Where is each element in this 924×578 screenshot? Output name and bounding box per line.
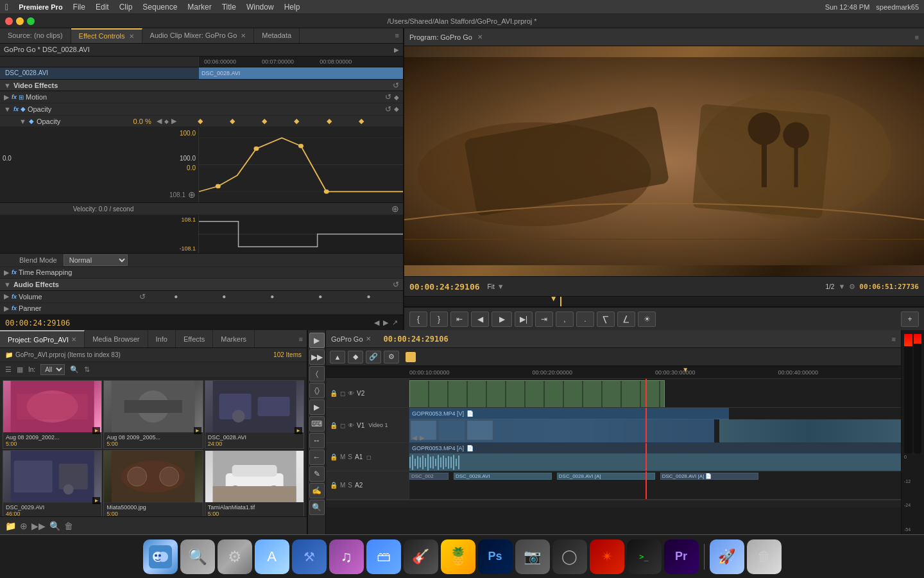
tl-btn-wrench[interactable]: ⚙ (384, 351, 399, 363)
track-v2-lock-icon[interactable]: 🔒 (330, 390, 338, 397)
menu-sequence[interactable]: Sequence (142, 3, 177, 12)
timeline-timecode[interactable]: 00:00:24:29106 (384, 335, 449, 344)
project-panel-menu-icon[interactable]: ≡ (295, 335, 307, 343)
track-v1-eye-icon[interactable]: 👁 (348, 422, 354, 429)
extract-button[interactable]: ⎳ (617, 311, 635, 327)
tab-effects[interactable]: Effects (176, 330, 213, 347)
ec-export-icon[interactable]: ↗ (392, 319, 398, 327)
track-select-tool-button[interactable]: ▶▶ (309, 349, 325, 365)
panner-toggle-icon[interactable]: ▶ (4, 304, 9, 313)
tab-timeline-gopro[interactable]: GoPro Go ✕ (331, 335, 371, 343)
overwrite-button[interactable]: . (576, 311, 594, 327)
mark-in-button[interactable]: { (409, 311, 427, 327)
keyframe-diamond-3[interactable]: ◆ (262, 117, 267, 125)
media-item-6[interactable]: TamiAlanMiata1.tif 5:00 (205, 450, 304, 516)
monitor-ruler[interactable]: ▼ (404, 297, 924, 307)
dock-icon-itunes[interactable]: ♫ (329, 539, 364, 574)
dock-icon-finder[interactable] (143, 539, 178, 574)
volume-toggle-icon[interactable]: ▶ (4, 292, 9, 301)
track-a2-solo-icon[interactable]: S (348, 482, 352, 489)
apple-logo-icon[interactable]:  (5, 2, 8, 12)
keyframe-diamond-6[interactable]: ◆ (359, 117, 364, 125)
tl-btn-link[interactable]: 🔗 (366, 351, 381, 363)
monitor-menu-icon[interactable]: ≡ (915, 33, 919, 41)
panel-menu-icon[interactable]: ≡ (391, 31, 403, 39)
keyframe-diamond-1[interactable]: ◆ (198, 117, 203, 125)
automate-button[interactable]: ▶▶ (31, 521, 46, 531)
minimize-window-button[interactable] (16, 17, 24, 25)
time-remap-toggle-icon[interactable]: ▶ (4, 268, 9, 277)
add-marker-button[interactable]: + (901, 311, 919, 327)
track-v1-content[interactable]: GOPR0053.MP4 [V] 📄 (409, 408, 901, 442)
step-back-button[interactable]: ◀ (471, 311, 489, 327)
tab-audio-clip-mixer[interactable]: Audio Clip Mixer: GoPro Go ✕ (142, 28, 255, 43)
monitor-close-icon[interactable]: ✕ (477, 33, 483, 40)
a2-clip-1[interactable]: DSC_002 (409, 473, 449, 480)
monitor-wrench-icon[interactable]: ⚙ (849, 283, 855, 291)
v1-clip-2[interactable] (719, 419, 901, 442)
close-effect-controls-icon[interactable]: ✕ (129, 33, 134, 40)
velocity-add-icon[interactable]: ⊕ (188, 189, 196, 200)
mark-out-button[interactable]: } (430, 311, 448, 327)
v1-clip-1[interactable] (409, 419, 714, 442)
opacity-toggle-icon[interactable]: ▼ (4, 105, 11, 113)
track-a2-lock-icon[interactable]: 🔒 (330, 482, 338, 489)
select-tool-button[interactable]: ▶ (309, 333, 325, 348)
motion-keyframe-icon[interactable]: ◆ (394, 94, 399, 101)
monitor-timecode[interactable]: 00:00:24:29106 (409, 282, 480, 292)
velocity-add2-icon[interactable]: ⊕ (391, 204, 399, 214)
timeline-scrollbar[interactable] (326, 500, 901, 507)
a1-audio-waveform[interactable] (409, 453, 901, 471)
track-v1-lock-icon[interactable]: 🔒 (330, 422, 338, 429)
dock-icon-photoshop[interactable]: Ps (478, 539, 513, 574)
opacity-nav-right-icon[interactable]: ▶ (171, 117, 176, 125)
track-a1-mute-icon[interactable]: M (340, 453, 345, 460)
menu-clip[interactable]: Clip (119, 3, 133, 12)
search-in-select[interactable]: All (40, 364, 65, 375)
menu-marker[interactable]: Marker (187, 3, 211, 12)
track-a1-solo-icon[interactable]: S (348, 453, 352, 460)
a2-clip-2[interactable]: DSC_0028.AVI (454, 473, 552, 480)
keyframe-diamond-5[interactable]: ◆ (327, 117, 332, 125)
timeline-panel-menu-icon[interactable]: ≡ (892, 335, 896, 343)
close-project-tab-icon[interactable]: ✕ (71, 336, 76, 343)
pen-tool-button[interactable]: ✎ (309, 466, 325, 482)
dock-icon-trash[interactable]: 🗑 (747, 539, 782, 574)
search-icon[interactable]: 🔍 (70, 365, 79, 374)
dock-icon-camera[interactable]: 📷 (515, 539, 550, 574)
opacity-add-keyframe-icon[interactable]: ◆ (164, 118, 169, 125)
lift-button[interactable]: ⎲ (597, 311, 615, 327)
capture-frame-button[interactable]: ☀ (638, 311, 656, 327)
dock-icon-xcode[interactable]: ⚒ (292, 539, 327, 574)
rate-stretch-tool-button[interactable]: ▶ (309, 399, 325, 415)
a2-clip-3[interactable]: DSC_0028.AVI [A] (557, 473, 655, 480)
grid-view-icon[interactable]: ▦ (17, 365, 23, 374)
keyframe-diamond-4[interactable]: ◆ (294, 117, 299, 125)
dock-icon-pineapple[interactable]: 🍍 (441, 539, 475, 574)
fit-dropdown-icon[interactable]: ▼ (497, 283, 504, 290)
menu-title[interactable]: Title (222, 3, 236, 12)
tab-markers[interactable]: Markers (213, 330, 255, 347)
track-v2-content[interactable] (409, 379, 901, 407)
insert-button[interactable]: , (556, 311, 574, 327)
clip-expand-icon[interactable]: ▶ (394, 46, 399, 53)
delete-button[interactable]: 🗑 (64, 521, 73, 531)
track-v2-eye-icon[interactable]: 👁 (348, 390, 354, 397)
ec-zoom-out-icon[interactable]: ◀ (374, 319, 379, 327)
v1-nav-left-icon[interactable]: ◀ (412, 434, 417, 441)
dock-icon-launchpad[interactable]: 🚀 (710, 539, 744, 574)
vol-kf-1[interactable]: ● (174, 293, 178, 300)
vol-kf-2[interactable]: ● (222, 293, 226, 300)
media-item-2[interactable]: Aug 08 2009_2005... 5:00 ► (103, 380, 203, 449)
track-a2-mute-icon[interactable]: M (340, 482, 345, 489)
keyframe-diamond-2[interactable]: ◆ (230, 117, 235, 125)
vol-kf-4[interactable]: ● (318, 293, 322, 300)
blend-mode-select[interactable]: Normal Multiply Screen Overlay (64, 254, 128, 266)
ripple-edit-tool-button[interactable]: 〈 (309, 366, 325, 381)
tab-source[interactable]: Source: (no clips) (0, 28, 71, 43)
tab-metadata[interactable]: Metadata (254, 28, 300, 43)
sort-icon[interactable]: ⇅ (84, 365, 90, 374)
audio-effects-toggle-icon[interactable]: ▼ (4, 281, 11, 288)
v1-nav-right-icon[interactable]: ▶ (420, 434, 425, 441)
track-v2-sync-icon[interactable]: ◻ (340, 390, 345, 397)
